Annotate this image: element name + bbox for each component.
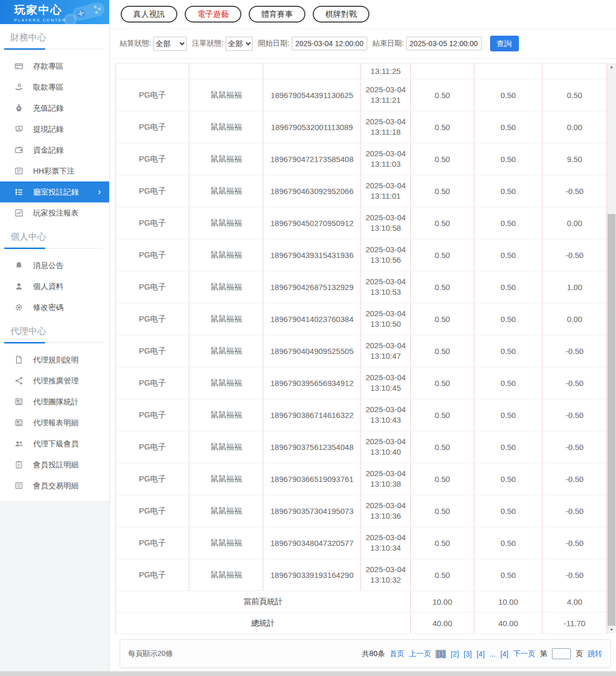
cell-provider: PG电子 [115,175,189,207]
tab-棋牌對戰[interactable]: 棋牌對戰 [313,6,369,23]
page-link-[1][interactable]: [1] [436,650,446,658]
cell-valid-bet: 0.50 [474,463,542,495]
page-link-[2][interactable]: [2] [451,650,459,658]
cell [542,63,607,79]
table-row[interactable]: PG电子鼠鼠福福18967903480473205772025-03-0413:… [115,527,607,559]
sidebar-item-存款專區[interactable]: 存款專區 [0,56,109,77]
pager-link-下一页[interactable]: 下一页 [513,649,535,659]
sidebar-item-廳室投註記錄[interactable]: 廳室投註記錄 [0,181,109,202]
pager-link-首页[interactable]: 首页 [389,649,404,659]
cell-bet-amount: 0.50 [410,239,474,271]
sidebar-item-代理規則說明[interactable]: 代理規則說明 [0,349,109,370]
cell-time: 2025-03-0413:10:40 [360,431,410,463]
jump-go-link[interactable]: 跳转 [588,649,602,659]
cell-win-loss: 0.00 [542,111,607,143]
order-status-select[interactable]: 全部 [226,37,253,51]
settle-status-label: 結算狀態: [120,39,151,48]
time: 13:10:53 [366,287,406,297]
table-row[interactable]: PG电子鼠鼠福福18967904268751329292025-03-0413:… [115,271,607,303]
time: 13:10:58 [366,223,406,233]
start-date-input[interactable] [292,37,367,50]
sidebar-item-代理團隊統計[interactable]: 代理團隊統計 [0,391,109,412]
date: 2025-03-04 [366,84,406,95]
cell-provider: PG电子 [115,111,189,143]
sidebar-item-label: 資金記錄 [33,145,63,155]
end-date-input[interactable] [406,37,482,50]
sidebar-item-資金記錄[interactable]: 資金記錄 [0,140,109,160]
table-row[interactable]: PG电子鼠鼠福福18967903665190937612025-03-0413:… [115,463,607,495]
pager-link-...[interactable]: ... [490,650,496,658]
page-link-[4][interactable]: [4] [500,650,508,658]
sidebar-item-消息公告[interactable]: 消息公告 [0,255,109,276]
sidebar-item-提現記錄[interactable]: 提現記錄 [0,119,109,140]
table-row[interactable]: PG电子鼠鼠福福18967903573041950732025-03-0413:… [115,495,607,527]
cell-time: 2025-03-0413:10:53 [360,271,410,303]
cell-bet-amount: 0.50 [410,175,474,207]
sidebar-item-代理報表明細[interactable]: 代理報表明細 [0,412,109,433]
time: 13:10:47 [366,351,406,361]
table-row[interactable]: PG电子鼠鼠福福18967905443911306252025-03-0413:… [115,79,607,111]
table-row[interactable]: PG电子鼠鼠福福18967903956569349122025-03-0413:… [115,367,607,399]
horizontal-scrollbar[interactable] [0,671,616,676]
card-icon [15,62,23,70]
sidebar-item-玩家投注報表[interactable]: 玩家投注報表 [0,202,109,223]
table-scrollbar[interactable]: ▲ ▼ [607,63,616,634]
table-row[interactable]: PG电子鼠鼠福福18967904502709509122025-03-0413:… [115,207,607,239]
sidebar-item-代理推廣管理[interactable]: 代理推廣管理 [0,370,109,391]
tab-體育賽事[interactable]: 體育賽事 [249,6,305,23]
sidebar-item-代理下級會員[interactable]: 代理下級會員 [0,433,109,454]
sidebar-item-會員交易明細[interactable]: 會員交易明細 [0,475,109,496]
cell-valid-bet: 0.50 [474,335,542,367]
page-jump-input[interactable] [552,648,571,659]
user-icon [15,282,23,291]
sidebar-item-個人資料[interactable]: 個人資料 [0,276,109,297]
table-row[interactable]: PG电子鼠鼠福福18967904721735854082025-03-0413:… [115,143,607,175]
cell-time: 2025-03-0413:10:38 [360,463,410,495]
cell-game: 鼠鼠福福 [189,175,263,207]
datetime: 2025-03-0413:10:43 [366,404,406,425]
scroll-down-icon[interactable]: ▼ [607,626,616,634]
page-link-[4][interactable]: [4] [476,650,485,658]
datetime: 2025-03-0413:11:03 [366,148,406,169]
sidebar-item-修改密碼[interactable]: 修改密碼 [0,297,109,318]
table-row[interactable]: PG电子鼠鼠福福18967903391931642902025-03-0413:… [115,559,607,591]
tab-真人視訊[interactable]: 真人視訊 [121,6,177,23]
sidebar-item-充值記錄[interactable]: 充值記錄 [0,98,109,119]
sidebar-item-label: 修改密碼 [33,303,63,313]
scrollbar-thumb[interactable] [608,214,615,626]
per-page-label: 每頁顯示20條 [128,649,173,659]
table-row[interactable]: PG电子鼠鼠福福18967905320011130892025-03-0413:… [115,111,607,143]
cell-time: 2025-03-0413:10:50 [360,303,410,335]
table-row[interactable]: PG电子鼠鼠福福18967903867146163222025-03-0413:… [115,399,607,431]
datetime: 2025-03-0413:10:50 [366,308,406,329]
cell-valid-bet: 0.50 [474,143,542,175]
wallet-icon [15,146,23,154]
datetime: 2025-03-0413:10:40 [366,436,406,457]
cell-valid-bet: 0.50 [474,239,542,271]
cell-time: 2025-03-0413:11:01 [360,175,410,207]
sidebar-item-HH彩票下注[interactable]: HH彩票下注 [0,160,109,181]
clipboard-icon [15,460,23,469]
pager-link-上一页[interactable]: 上一页 [409,649,431,659]
date: 2025-03-04 [366,436,406,447]
settle-status-select[interactable]: 全部 [153,37,187,51]
page-link-[3][interactable]: [3] [464,650,472,658]
summary-win-loss: 4.00 [542,591,607,612]
cell-order-id: 1896790357304195073 [263,495,360,527]
search-button[interactable]: 查詢 [490,36,519,51]
sidebar-item-會員投註明細[interactable]: 會員投註明細 [0,454,109,475]
table-row[interactable]: PG电子鼠鼠福福18967904393154319362025-03-0413:… [115,239,607,271]
cell-time: 2025-03-0413:10:45 [360,367,410,399]
date: 2025-03-04 [366,564,406,575]
tab-電子遊藝[interactable]: 電子遊藝 [185,6,241,23]
table-row[interactable]: PG电子鼠鼠福福18967903756123540482025-03-0413:… [115,431,607,463]
time: 13:11:03 [366,159,406,169]
table-row[interactable]: PG电子鼠鼠福福18967904140237603842025-03-0413:… [115,303,607,335]
sidebar-item-label: 廳室投註記錄 [33,187,79,197]
datetime: 2025-03-0413:10:32 [366,564,406,585]
table-row[interactable]: PG电子鼠鼠福福18967904049095255052025-03-0413:… [115,335,607,367]
scroll-up-icon[interactable]: ▲ [607,63,616,71]
sidebar-item-label: 會員交易明細 [33,481,79,491]
sidebar-item-取款專區[interactable]: 取款專區 [0,77,109,98]
table-row[interactable]: PG电子鼠鼠福福18967904630929520662025-03-0413:… [115,175,607,207]
